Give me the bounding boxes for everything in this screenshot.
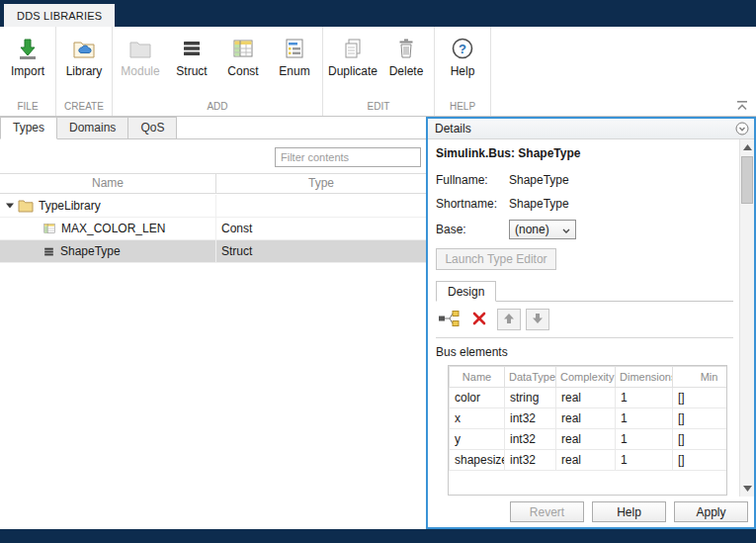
bus-col-complexity: Complexity	[556, 367, 616, 388]
tree-label: TypeLibrary	[39, 199, 101, 213]
toolstrip-group-add: Module Struct	[113, 27, 323, 116]
details-heading: Simulink.Bus: ShapeType	[436, 146, 739, 160]
cell-name[interactable]: y	[450, 429, 505, 450]
group-label-add: ADD	[113, 99, 322, 116]
expander-icon[interactable]	[6, 202, 18, 210]
cell-dimensions[interactable]: 1	[616, 408, 673, 429]
help-footer-button[interactable]: Help	[592, 501, 666, 522]
base-field: Base: (none)	[436, 220, 739, 239]
svg-text:?: ?	[459, 42, 466, 56]
cell-datatype[interactable]: string	[505, 388, 556, 408]
bus-row-shapesize: shapesize int32 real 1 []	[450, 450, 728, 471]
module-button[interactable]: Module	[115, 29, 166, 99]
group-label-edit: EDIT	[323, 99, 434, 116]
cell-name[interactable]: color	[450, 388, 505, 408]
move-up-button[interactable]	[497, 309, 521, 330]
tree-cell-name: ShapeType	[0, 240, 216, 262]
bus-elements-label: Bus elements	[436, 345, 739, 359]
library-label: Library	[66, 64, 103, 78]
cell-dimensions[interactable]: 1	[616, 429, 673, 450]
help-label: Help	[451, 64, 475, 78]
library-tab-bar: Types Domains QoS	[0, 117, 426, 139]
cell-dimensions[interactable]: 1	[616, 388, 673, 408]
cell-datatype[interactable]: int32	[505, 429, 556, 450]
bus-col-name: Name	[450, 367, 505, 388]
delete-label: Delete	[389, 64, 424, 78]
tab-domains[interactable]: Domains	[57, 117, 128, 139]
cell-dimensions[interactable]: 1	[616, 450, 673, 471]
module-icon	[128, 37, 152, 60]
toolstrip-group-help: ? Help HELP	[435, 27, 491, 116]
library-panel: Types Domains QoS Name Type	[0, 117, 426, 529]
help-button[interactable]: ? Help	[437, 29, 488, 99]
chevron-down-icon	[562, 223, 570, 236]
collapse-toolstrip-icon[interactable]	[735, 100, 749, 112]
tab-dds-libraries-label: DDS LIBRARIES	[17, 10, 102, 22]
import-label: Import	[11, 64, 44, 78]
folder-icon	[18, 199, 34, 213]
cell-min[interactable]: []	[673, 429, 728, 450]
import-button[interactable]: Import	[2, 29, 53, 99]
cell-complexity[interactable]: real	[556, 429, 616, 450]
toolstrip-filler	[491, 27, 756, 116]
toolstrip-group-create-buttons: Library	[56, 27, 112, 99]
cell-complexity[interactable]: real	[556, 388, 616, 408]
cell-datatype[interactable]: int32	[505, 408, 556, 429]
scrollbar-thumb[interactable]	[741, 156, 753, 204]
main-area: Types Domains QoS Name Type	[0, 117, 756, 529]
cell-min[interactable]: []	[673, 408, 728, 429]
cell-name[interactable]: x	[450, 408, 505, 429]
cell-complexity[interactable]: real	[556, 408, 616, 429]
tree-column-headers: Name Type	[0, 173, 426, 194]
cell-datatype[interactable]: int32	[505, 450, 556, 471]
apply-button[interactable]: Apply	[674, 501, 748, 522]
tree-cell-name: TypeLibrary	[0, 195, 216, 217]
details-scrollbar[interactable]	[739, 139, 754, 497]
enum-button[interactable]: Enum	[269, 29, 320, 99]
tab-design[interactable]: Design	[436, 281, 496, 302]
bus-element-toolbar	[436, 309, 739, 330]
toolstrip-group-add-buttons: Module Struct	[113, 27, 322, 99]
tree-row-typelibrary[interactable]: TypeLibrary	[0, 195, 426, 218]
tab-types[interactable]: Types	[0, 117, 57, 139]
move-down-button[interactable]	[526, 309, 549, 330]
bus-col-datatype: DataType	[505, 367, 556, 388]
delete-element-button[interactable]	[466, 309, 492, 330]
panel-menu-icon[interactable]	[735, 122, 749, 136]
details-tab-bar: Design	[436, 281, 733, 302]
tree-row-shapetype[interactable]: ShapeType Struct	[0, 240, 426, 263]
details-panel: Details Simulink.Bus: ShapeType Fullname…	[426, 117, 756, 529]
base-dropdown[interactable]: (none)	[509, 220, 576, 239]
duplicate-button[interactable]: Duplicate	[325, 29, 380, 99]
enum-icon	[283, 37, 306, 60]
delete-button[interactable]: Delete	[380, 29, 432, 99]
tree-row-max-color-len[interactable]: MAX_COLOR_LEN Const	[0, 218, 426, 240]
add-element-button[interactable]	[436, 309, 462, 330]
bus-col-dimensions: Dimensions	[616, 367, 673, 388]
tree-rows: TypeLibrary	[0, 195, 426, 263]
filter-input[interactable]	[275, 147, 421, 167]
toolstrip-group-edit: Duplicate Delete EDIT	[323, 27, 435, 116]
struct-button[interactable]: Struct	[166, 29, 217, 99]
tab-qos[interactable]: QoS	[128, 117, 177, 139]
cell-name[interactable]: shapesize	[450, 450, 505, 471]
scroll-up-icon[interactable]	[740, 140, 754, 154]
launch-type-editor-button[interactable]: Launch Type Editor	[436, 248, 556, 270]
fullname-value: ShapeType	[509, 173, 569, 187]
cell-complexity[interactable]: real	[556, 450, 616, 471]
cell-min[interactable]: []	[673, 388, 728, 408]
library-icon	[72, 37, 96, 60]
const-button[interactable]: Const	[217, 29, 269, 99]
details-body: Simulink.Bus: ShapeType Fullname: ShapeT…	[428, 139, 739, 497]
revert-button[interactable]: Revert	[510, 501, 584, 522]
status-bar	[0, 529, 756, 543]
tree-label: ShapeType	[60, 244, 121, 258]
details-header: Details	[428, 119, 754, 139]
const-label: Const	[227, 64, 258, 78]
move-down-icon	[532, 313, 544, 327]
cell-min[interactable]: []	[673, 450, 728, 471]
library-button[interactable]: Library	[58, 29, 110, 99]
scroll-down-icon[interactable]	[740, 482, 754, 496]
details-title: Details	[435, 122, 471, 136]
tab-dds-libraries[interactable]: DDS LIBRARIES	[4, 4, 115, 27]
